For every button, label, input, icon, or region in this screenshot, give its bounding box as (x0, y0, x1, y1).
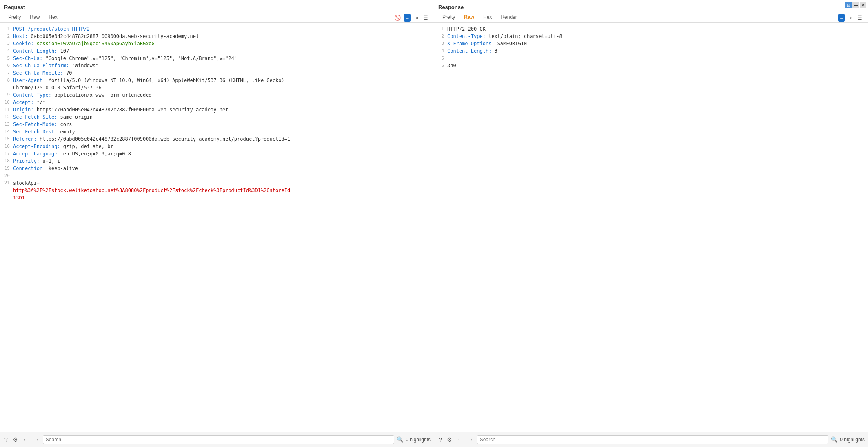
table-row: 5 Sec-Ch-Ua: "Google Chrome";v="125", "C… (0, 55, 434, 62)
response-highlights-count: 0 highlights (840, 437, 865, 443)
request-bottom-bar: ? ⚙ ← → 🔍 0 highlights (0, 432, 434, 447)
request-panel: Request Pretty Raw Hex 🚫 ≡ ⇥ ☰ 1 POST /p… (0, 0, 434, 447)
response-menu-icon[interactable]: ☰ (856, 14, 864, 22)
table-row: 6 340 (434, 62, 868, 69)
response-panel: Response Pretty Raw Hex Render ≡ ⇥ ☰ 1 H… (434, 0, 868, 447)
tab-request-raw[interactable]: Raw (26, 13, 44, 22)
settings-icon[interactable]: ⚙ (11, 436, 19, 444)
table-row: 17 Accept-Language: en-US,en;q=0.9,ar;q=… (0, 150, 434, 157)
tab-request-pretty[interactable]: Pretty (4, 13, 25, 22)
response-back-icon[interactable]: ← (456, 436, 464, 444)
response-list-icon[interactable]: ≡ (838, 14, 845, 22)
response-content: 1 HTTP/2 200 OK 2 Content-Type: text/pla… (434, 23, 868, 432)
response-search-icon: 🔍 (831, 436, 837, 443)
table-row: 11 Origin: https://0abd005e042c448782c28… (0, 106, 434, 113)
tab-request-hex[interactable]: Hex (44, 13, 61, 22)
request-search-input[interactable] (43, 435, 394, 444)
response-help-icon[interactable]: ? (437, 436, 443, 444)
forward-icon[interactable]: → (32, 436, 40, 444)
table-row: %3D1 (0, 194, 434, 201)
tab-response-hex[interactable]: Hex (479, 13, 496, 22)
request-title: Request (4, 2, 430, 13)
response-title: Response (438, 2, 864, 13)
table-row: 4 Content-Length: 3 (434, 47, 868, 55)
table-row: 3 X-Frame-Options: SAMEORIGIN (434, 40, 868, 47)
request-tabs-row: Pretty Raw Hex 🚫 ≡ ⇥ ☰ (4, 13, 430, 22)
table-row: 1 HTTP/2 200 OK (434, 25, 868, 33)
close-button[interactable]: ✕ (860, 2, 866, 8)
table-row: 13 Sec-Fetch-Mode: cors (0, 121, 434, 128)
table-row: 16 Accept-Encoding: gzip, deflate, br (0, 143, 434, 150)
response-search-input[interactable] (477, 435, 828, 444)
response-tab-actions: ≡ ⇥ ☰ (838, 14, 864, 22)
indent-icon[interactable]: ⇥ (412, 14, 420, 22)
table-row: 21 stockApi= (0, 179, 434, 187)
request-tab-actions: 🚫 ≡ ⇥ ☰ (393, 14, 430, 22)
response-panel-header: Response Pretty Raw Hex Render ≡ ⇥ ☰ (434, 0, 868, 23)
table-row: 5 (434, 55, 868, 62)
table-row: 15 Referer: https://0abd005e042c448782c2… (0, 135, 434, 143)
response-bottom-bar: ? ⚙ ← → 🔍 0 highlights (434, 432, 868, 447)
table-row: 12 Sec-Fetch-Site: same-origin (0, 113, 434, 121)
table-row: 1 POST /product/stock HTTP/2 (0, 25, 434, 33)
response-bottom-panel: ? ⚙ ← → 🔍 0 highlights (434, 432, 868, 447)
table-row: http%3A%2F%2Fstock.weliketoshop.net%3A80… (0, 187, 434, 194)
table-row: 3 Cookie: session=TwvaU7ajb5gegiS4S0apGa… (0, 40, 434, 47)
table-row: 6 Sec-Ch-Ua-Platform: "Windows" (0, 62, 434, 69)
response-settings-icon[interactable]: ⚙ (446, 436, 453, 444)
table-row: Chrome/125.0.0.0 Safari/537.36 (0, 84, 434, 91)
restore-button[interactable]: ⊡ (845, 2, 852, 8)
table-row: 9 Content-Type: application/x-www-form-u… (0, 91, 434, 99)
list-view-icon[interactable]: ≡ (404, 14, 411, 22)
table-row: 7 Sec-Ch-Ua-Mobile: ?0 (0, 69, 434, 77)
table-row: 18 Priority: u=1, i (0, 157, 434, 165)
tab-response-render[interactable]: Render (497, 13, 521, 22)
request-content: 1 POST /product/stock HTTP/2 2 Host: 0ab… (0, 23, 434, 432)
request-highlights-count: 0 highlights (406, 437, 431, 443)
table-row: 19 Connection: keep-alive (0, 165, 434, 172)
response-tabs-row: Pretty Raw Hex Render ≡ ⇥ ☰ (438, 13, 864, 22)
table-row: 2 Host: 0abd005e042c448782c2887f009000da… (0, 33, 434, 40)
table-row: 20 (0, 172, 434, 179)
table-row: 14 Sec-Fetch-Dest: empty (0, 128, 434, 135)
table-row: 8 User-Agent: Mozilla/5.0 (Windows NT 10… (0, 77, 434, 84)
response-indent-icon[interactable]: ⇥ (846, 14, 854, 22)
eye-slash-icon[interactable]: 🚫 (393, 14, 402, 22)
back-icon[interactable]: ← (22, 436, 30, 444)
window-controls: ⊡ — ✕ (844, 0, 868, 10)
table-row: 10 Accept: */* (0, 99, 434, 106)
request-panel-header: Request Pretty Raw Hex 🚫 ≡ ⇥ ☰ (0, 0, 434, 23)
panels-container: Request Pretty Raw Hex 🚫 ≡ ⇥ ☰ 1 POST /p… (0, 0, 868, 447)
help-icon[interactable]: ? (3, 436, 9, 444)
table-row: 4 Content-Length: 107 (0, 47, 434, 55)
table-row: 2 Content-Type: text/plain; charset=utf-… (434, 33, 868, 40)
search-icon: 🔍 (397, 436, 403, 443)
minimize-button[interactable]: — (852, 2, 859, 8)
request-bottom-panel: ? ⚙ ← → 🔍 0 highlights (0, 432, 434, 447)
tab-response-raw[interactable]: Raw (460, 13, 478, 22)
response-forward-icon[interactable]: → (466, 436, 475, 444)
tab-response-pretty[interactable]: Pretty (438, 13, 459, 22)
menu-icon[interactable]: ☰ (422, 14, 430, 22)
